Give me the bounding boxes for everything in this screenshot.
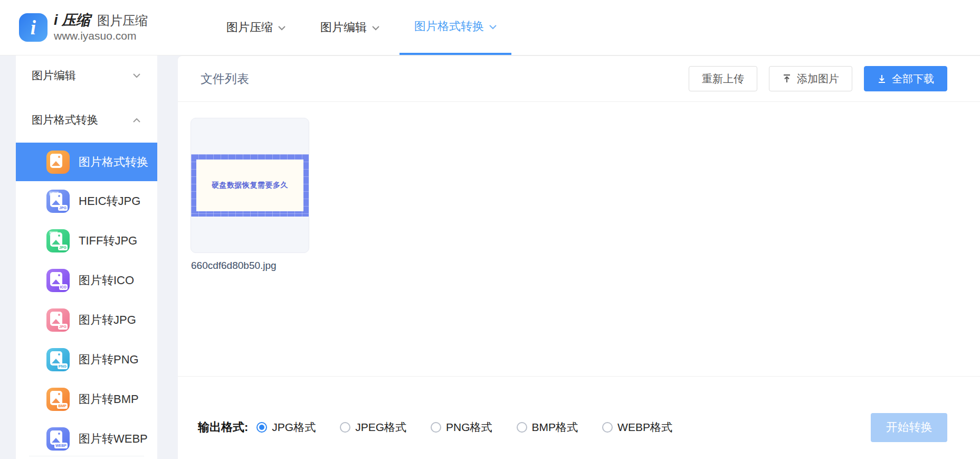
image-to-png-icon: PNG: [46, 348, 70, 371]
tiff-to-jpg-icon: TIFF JPG: [46, 229, 70, 252]
radio-selected-icon[interactable]: [256, 422, 267, 433]
radio-label: BMP格式: [532, 420, 578, 435]
sidebar-item-tiff-to-jpg[interactable]: TIFF JPG TIFF转JPG: [16, 221, 157, 260]
sidebar-item-label: HEIC转JPG: [79, 193, 140, 209]
radio-icon[interactable]: [340, 422, 350, 433]
sidebar-group-label: 图片格式转换: [32, 113, 98, 127]
reupload-label: 重新上传: [702, 72, 744, 86]
radio-label: JPEG格式: [355, 420, 406, 435]
brand-name: i 压缩: [54, 12, 90, 28]
nav-item-image-edit[interactable]: 图片编辑: [320, 0, 379, 55]
reupload-button[interactable]: 重新上传: [689, 66, 757, 91]
main-panel: 文件列表 重新上传 添加图片 全部下载: [178, 55, 980, 459]
logo-icon: i: [19, 13, 47, 42]
file-card[interactable]: 硬盘数据恢复需要多久: [191, 118, 309, 253]
radio-label: PNG格式: [446, 420, 492, 435]
nav-label: 图片编辑: [320, 20, 367, 35]
sidebar-item-image-to-bmp[interactable]: BMP 图片转BMP: [16, 379, 157, 419]
heic-to-jpg-icon: HEIC JPG: [46, 190, 70, 213]
image-to-webp-icon: WEBP: [46, 427, 70, 451]
sidebar-divider: [29, 456, 144, 456]
image-to-bmp-icon: BMP: [46, 388, 70, 411]
nav-label: 图片压缩: [226, 20, 273, 35]
sidebar-item-image-to-png[interactable]: PNG 图片转PNG: [16, 340, 157, 379]
toolbar: 重新上传 添加图片 全部下载: [689, 66, 947, 91]
radio-option-png[interactable]: PNG格式: [431, 420, 492, 435]
file-name: 660cdf6d80b50.jpg: [191, 260, 277, 271]
output-format-label: 输出格式:: [198, 419, 248, 435]
download-icon: [877, 74, 887, 83]
sidebar-group-label: 图片编辑: [32, 68, 76, 83]
add-images-label: 添加图片: [797, 72, 839, 86]
download-all-label: 全部下载: [892, 72, 934, 86]
chevron-down-icon: [133, 73, 140, 78]
image-to-jpg-icon: JPG: [46, 308, 70, 332]
nav-item-image-compress[interactable]: 图片压缩: [226, 0, 286, 55]
sidebar-group-image-edit[interactable]: 图片编辑: [16, 60, 157, 91]
sidebar-group-format-convert[interactable]: 图片格式转换: [16, 104, 157, 136]
sidebar-item-image-to-webp[interactable]: WEBP 图片转WEBP: [16, 419, 157, 458]
file-list-area: 硬盘数据恢复需要多久 660cdf6d80b50.jpg: [178, 102, 980, 377]
sidebar-item-label: 图片格式转换: [79, 154, 148, 170]
nav-label: 图片格式转换: [414, 18, 484, 34]
thumbnail-text: 硬盘数据恢复需要多久: [212, 181, 288, 190]
page-title: 文件列表: [201, 71, 249, 87]
chevron-down-icon: [372, 26, 379, 31]
download-all-button[interactable]: 全部下载: [864, 66, 947, 91]
sidebar-item-image-to-jpg[interactable]: JPG 图片转JPG: [16, 300, 157, 340]
start-convert-button[interactable]: 开始转换: [871, 413, 947, 442]
upload-icon: [782, 74, 792, 83]
sidebar-item-label: 图片转ICO: [79, 273, 134, 288]
radio-icon[interactable]: [517, 422, 527, 433]
sidebar-item-heic-to-jpg[interactable]: HEIC JPG HEIC转JPG: [16, 181, 157, 221]
logo-text: i 压缩图片压缩 www.iyasuo.com: [54, 12, 148, 42]
chevron-down-icon: [278, 26, 286, 31]
image-to-ico-icon: ICO: [46, 269, 70, 292]
chevron-up-icon: [133, 118, 140, 123]
sidebar-item-label: 图片转WEBP: [79, 431, 148, 447]
chevron-down-icon: [489, 25, 497, 30]
sidebar-item-label: 图片转BMP: [79, 391, 139, 407]
radio-option-bmp[interactable]: BMP格式: [517, 420, 578, 435]
radio-label: WEBP格式: [617, 420, 672, 435]
logo[interactable]: i i 压缩图片压缩 www.iyasuo.com: [19, 12, 167, 42]
radio-icon[interactable]: [602, 422, 613, 433]
nav-item-format-convert[interactable]: 图片格式转换: [399, 0, 511, 55]
sidebar: 图片编辑 图片格式转换 图片格式转换 HEIC JPG HEIC转JPG TIF…: [16, 55, 157, 459]
sidebar-item-label: TIFF转JPG: [79, 233, 137, 249]
radio-icon[interactable]: [431, 422, 441, 433]
file-thumbnail: 硬盘数据恢复需要多久: [191, 154, 309, 217]
radio-label: JPG格式: [272, 420, 316, 435]
brand-url: www.iyasuo.com: [54, 30, 148, 42]
file-list-header: 文件列表 重新上传 添加图片 全部下载: [178, 56, 980, 102]
radio-option-jpg[interactable]: JPG格式: [256, 420, 316, 435]
radio-option-webp[interactable]: WEBP格式: [602, 420, 672, 435]
brand-tagline: 图片压缩: [97, 13, 148, 27]
output-format-bar: 输出格式: JPG格式 JPEG格式 PNG格式 BMP格式 WEBP格式: [178, 377, 980, 459]
sidebar-item-label: 图片转JPG: [79, 312, 136, 328]
add-images-button[interactable]: 添加图片: [769, 66, 852, 91]
radio-option-jpeg[interactable]: JPEG格式: [340, 420, 406, 435]
app-header: i i 压缩图片压缩 www.iyasuo.com 图片压缩 图片编辑 图片格式…: [0, 0, 980, 55]
sidebar-item-image-to-ico[interactable]: ICO 图片转ICO: [16, 260, 157, 300]
sidebar-item-format-convert[interactable]: 图片格式转换: [16, 143, 157, 181]
sidebar-item-label: 图片转PNG: [79, 352, 139, 368]
top-nav: 图片压缩 图片编辑 图片格式转换: [209, 0, 514, 55]
format-convert-icon: [46, 151, 70, 174]
